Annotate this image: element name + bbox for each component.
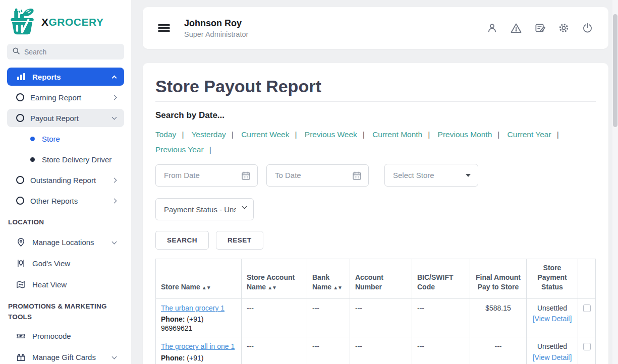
main-area: Johnson Roy Super Administrator — [131, 0, 618, 364]
sidebar-item-label: Reports — [32, 73, 106, 81]
user-icon[interactable] — [486, 22, 498, 34]
top-header: Johnson Roy Super Administrator — [143, 7, 608, 49]
col-bank-name[interactable]: Bank Name▲▼ — [307, 259, 350, 299]
bullet-icon — [30, 137, 35, 141]
quick-link-current-month[interactable]: Current Month — [372, 130, 422, 139]
brand-logo[interactable]: XGROCERY — [7, 6, 124, 38]
chevron-right-icon — [112, 198, 117, 203]
gift-icon — [16, 352, 26, 362]
row-checkbox[interactable] — [583, 305, 591, 312]
separator: | — [497, 130, 499, 139]
sidebar-item-earning-report[interactable]: Earning Report — [7, 90, 124, 105]
store-phone: Phone: (+91) 95959521 — [161, 353, 236, 364]
col-store-account-name[interactable]: Store Account Name▲▼ — [242, 259, 307, 299]
select-store-placeholder: Select Store — [393, 171, 434, 179]
quick-link-yesterday[interactable]: Yesterday — [191, 130, 226, 139]
sort-icon[interactable]: ▲▼ — [333, 284, 342, 291]
search-icon — [12, 47, 20, 57]
page-title: Store Payout Report — [155, 76, 596, 97]
calendar-icon[interactable] — [241, 170, 251, 183]
user-info[interactable]: Johnson Roy Super Administrator — [184, 18, 248, 38]
sidebar-item-label: Other Reports — [30, 197, 106, 205]
grocery-basket-icon — [8, 7, 36, 38]
account-name-cell: --- — [242, 337, 307, 364]
quick-link-today[interactable]: Today — [155, 130, 176, 139]
store-name-link[interactable]: The grocery all in one 1 — [161, 342, 235, 350]
user-role: Super Administrator — [184, 30, 248, 38]
location-pin-icon — [16, 237, 26, 248]
row-checkbox[interactable] — [583, 343, 591, 350]
bic-cell: --- — [412, 298, 470, 337]
power-icon[interactable] — [582, 22, 593, 34]
final-amount-cell: $588.15 — [470, 298, 527, 337]
search-button[interactable]: SEARCH — [155, 231, 209, 250]
store-name-link[interactable]: The urban grocery 1 — [161, 304, 224, 312]
circle-icon — [16, 93, 24, 101]
status-cell: Unsettled [View Detail] — [527, 337, 578, 364]
bar-chart-icon — [16, 72, 26, 82]
quick-link-previous-month[interactable]: Previous Month — [438, 130, 492, 139]
sidebar-item-label: God's View — [32, 259, 116, 268]
sidebar-item-label: Manage Gift Cards — [32, 353, 106, 361]
sidebar-item-label: Store Delivery Driver — [42, 155, 111, 164]
chevron-down-icon — [112, 115, 117, 120]
sidebar-search[interactable] — [7, 44, 124, 59]
sort-icon[interactable]: ▲▼ — [202, 284, 211, 291]
chevron-right-icon — [112, 177, 117, 183]
sidebar-item-label: Payout Report — [30, 114, 106, 123]
store-phone: Phone: (+91) 96969621 — [161, 315, 236, 333]
scrollbar-track[interactable] — [612, 0, 618, 364]
quick-link-current-week[interactable]: Current Week — [241, 130, 289, 139]
map-pin-icon — [16, 259, 26, 269]
view-detail-link[interactable]: [View Detail] — [533, 353, 572, 362]
edit-note-icon[interactable] — [534, 22, 546, 34]
search-input[interactable] — [24, 48, 119, 56]
table-row: The urban grocery 1 Phone: (+91) 9696962… — [156, 298, 596, 337]
select-store-dropdown[interactable]: Select Store — [384, 164, 478, 187]
chevron-down-icon — [112, 239, 117, 244]
circle-icon — [16, 197, 24, 205]
payment-status-select[interactable]: Payment Status - Unsettled — [155, 198, 254, 220]
sidebar-item-store[interactable]: Store — [7, 131, 124, 146]
from-date-field — [155, 164, 258, 187]
calendar-icon[interactable] — [352, 170, 362, 183]
sidebar-item-manage-locations[interactable]: Manage Locations — [7, 235, 124, 250]
separator: | — [209, 145, 211, 154]
sidebar-item-outstanding-report[interactable]: Outstanding Report — [7, 172, 124, 188]
warning-icon[interactable] — [510, 22, 522, 34]
menu-toggle-icon[interactable] — [158, 23, 170, 34]
settings-icon[interactable] — [558, 22, 570, 34]
table-header-row: Store Name▲▼ Store Account Name▲▼ Bank N… — [156, 259, 596, 299]
sidebar-item-label: Store — [42, 135, 60, 143]
report-card: Store Payout Report Search by Date... To… — [143, 63, 608, 364]
sidebar-item-promocode[interactable]: Promocode — [7, 329, 124, 344]
final-amount-cell: --- — [470, 337, 527, 364]
chevron-right-icon — [112, 95, 117, 100]
sidebar-item-other-reports[interactable]: Other Reports — [7, 193, 124, 208]
reset-button[interactable]: RESET — [216, 231, 263, 250]
quick-link-previous-week[interactable]: Previous Week — [305, 130, 357, 139]
chevron-up-icon — [112, 75, 117, 80]
sort-icon[interactable]: ▲▼ — [267, 284, 276, 291]
user-name: Johnson Roy — [184, 18, 248, 29]
payout-table: Store Name▲▼ Store Account Name▲▼ Bank N… — [155, 259, 596, 364]
sidebar: XGROCERY Reports Earning Report Payout R… — [0, 0, 131, 364]
sidebar-item-heat-view[interactable]: Heat View — [7, 277, 124, 292]
bank-name-cell: --- — [307, 298, 350, 337]
sidebar-item-manage-gift-cards[interactable]: Manage Gift Cards — [7, 350, 124, 364]
status-text: Unsettled — [537, 342, 567, 350]
search-by-date-label: Search by Date... — [155, 110, 596, 120]
col-store-name[interactable]: Store Name▲▼ — [156, 259, 242, 299]
table-row: The grocery all in one 1 Phone: (+91) 95… — [156, 337, 596, 364]
sidebar-item-store-delivery-driver[interactable]: Store Delivery Driver — [7, 152, 124, 167]
sidebar-item-gods-view[interactable]: God's View — [7, 256, 124, 271]
sidebar-item-reports[interactable]: Reports — [7, 68, 124, 86]
quick-link-current-year[interactable]: Current Year — [508, 130, 551, 139]
separator: | — [295, 130, 297, 139]
quick-link-previous-year[interactable]: Previous Year — [155, 145, 204, 154]
scrollbar-thumb[interactable] — [613, 14, 617, 127]
sidebar-item-label: Outstanding Report — [30, 176, 106, 185]
sidebar-item-payout-report[interactable]: Payout Report — [7, 109, 124, 127]
view-detail-link[interactable]: [View Detail] — [533, 314, 572, 323]
status-text: Unsettled — [537, 304, 567, 312]
